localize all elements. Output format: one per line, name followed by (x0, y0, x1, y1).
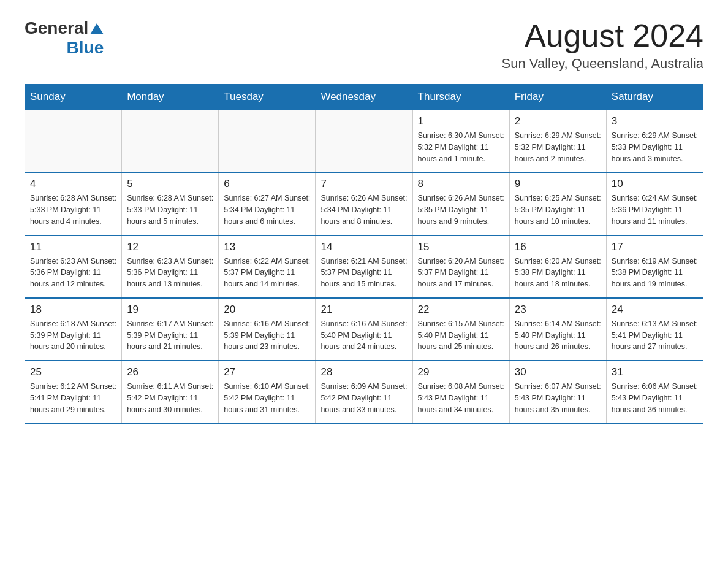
day-cell: 10Sunrise: 6:24 AM Sunset: 5:36 PM Dayli… (606, 172, 703, 235)
logo-general: General (25, 18, 88, 38)
col-header-monday: Monday (122, 85, 219, 110)
day-cell: 15Sunrise: 6:20 AM Sunset: 5:37 PM Dayli… (412, 236, 509, 298)
day-number: 3 (612, 115, 698, 128)
day-info: Sunrise: 6:30 AM Sunset: 5:32 PM Dayligh… (418, 130, 504, 164)
day-cell: 1Sunrise: 6:30 AM Sunset: 5:32 PM Daylig… (412, 110, 509, 172)
day-cell: 2Sunrise: 6:29 AM Sunset: 5:32 PM Daylig… (509, 110, 606, 172)
col-header-tuesday: Tuesday (219, 85, 316, 110)
day-info: Sunrise: 6:26 AM Sunset: 5:35 PM Dayligh… (418, 193, 504, 227)
day-number: 16 (515, 241, 601, 253)
day-info: Sunrise: 6:28 AM Sunset: 5:33 PM Dayligh… (30, 193, 116, 227)
calendar-table: SundayMondayTuesdayWednesdayThursdayFrid… (25, 84, 703, 424)
col-header-sunday: Sunday (25, 85, 122, 110)
day-cell (316, 110, 412, 172)
day-info: Sunrise: 6:25 AM Sunset: 5:35 PM Dayligh… (515, 193, 601, 227)
day-info: Sunrise: 6:20 AM Sunset: 5:38 PM Dayligh… (515, 256, 601, 290)
day-number: 14 (320, 241, 407, 253)
day-info: Sunrise: 6:17 AM Sunset: 5:39 PM Dayligh… (127, 318, 213, 353)
svg-marker-0 (90, 23, 104, 34)
week-row-4: 18Sunrise: 6:18 AM Sunset: 5:39 PM Dayli… (25, 298, 703, 361)
day-info: Sunrise: 6:08 AM Sunset: 5:43 PM Dayligh… (418, 381, 504, 415)
day-number: 23 (515, 304, 601, 316)
col-header-friday: Friday (509, 85, 606, 110)
day-cell: 13Sunrise: 6:22 AM Sunset: 5:37 PM Dayli… (219, 236, 316, 298)
day-cell: 24Sunrise: 6:13 AM Sunset: 5:41 PM Dayli… (606, 298, 703, 361)
day-number: 27 (224, 366, 310, 378)
day-cell (122, 110, 219, 172)
month-title: August 2024 (502, 18, 703, 53)
day-info: Sunrise: 6:23 AM Sunset: 5:36 PM Dayligh… (127, 256, 213, 290)
week-row-3: 11Sunrise: 6:23 AM Sunset: 5:36 PM Dayli… (25, 236, 703, 298)
week-row-5: 25Sunrise: 6:12 AM Sunset: 5:41 PM Dayli… (25, 361, 703, 423)
day-info: Sunrise: 6:13 AM Sunset: 5:41 PM Dayligh… (612, 318, 698, 353)
day-number: 18 (30, 304, 116, 316)
day-info: Sunrise: 6:27 AM Sunset: 5:34 PM Dayligh… (224, 193, 310, 227)
day-cell: 28Sunrise: 6:09 AM Sunset: 5:42 PM Dayli… (316, 361, 412, 423)
day-number: 26 (127, 366, 213, 378)
day-cell: 14Sunrise: 6:21 AM Sunset: 5:37 PM Dayli… (316, 236, 412, 298)
location-title: Sun Valley, Queensland, Australia (502, 56, 703, 72)
day-info: Sunrise: 6:06 AM Sunset: 5:43 PM Dayligh… (612, 381, 698, 415)
day-info: Sunrise: 6:14 AM Sunset: 5:40 PM Dayligh… (515, 318, 601, 353)
day-number: 4 (30, 178, 116, 190)
day-info: Sunrise: 6:15 AM Sunset: 5:40 PM Dayligh… (418, 318, 504, 353)
week-row-2: 4Sunrise: 6:28 AM Sunset: 5:33 PM Daylig… (25, 172, 703, 235)
day-info: Sunrise: 6:21 AM Sunset: 5:37 PM Dayligh… (320, 256, 407, 290)
title-area: August 2024 Sun Valley, Queensland, Aust… (502, 18, 703, 72)
day-cell: 25Sunrise: 6:12 AM Sunset: 5:41 PM Dayli… (25, 361, 122, 423)
day-cell: 3Sunrise: 6:29 AM Sunset: 5:33 PM Daylig… (606, 110, 703, 172)
day-cell: 7Sunrise: 6:26 AM Sunset: 5:34 PM Daylig… (316, 172, 412, 235)
day-number: 10 (612, 178, 698, 190)
day-cell: 20Sunrise: 6:16 AM Sunset: 5:39 PM Dayli… (219, 298, 316, 361)
day-number: 21 (320, 304, 407, 316)
day-cell: 18Sunrise: 6:18 AM Sunset: 5:39 PM Dayli… (25, 298, 122, 361)
day-info: Sunrise: 6:20 AM Sunset: 5:37 PM Dayligh… (418, 256, 504, 290)
day-number: 30 (515, 366, 601, 378)
day-cell: 12Sunrise: 6:23 AM Sunset: 5:36 PM Dayli… (122, 236, 219, 298)
day-number: 22 (418, 304, 504, 316)
day-cell: 17Sunrise: 6:19 AM Sunset: 5:38 PM Dayli… (606, 236, 703, 298)
day-number: 25 (30, 366, 116, 378)
day-info: Sunrise: 6:16 AM Sunset: 5:39 PM Dayligh… (224, 318, 310, 353)
col-header-thursday: Thursday (412, 85, 509, 110)
day-number: 29 (418, 366, 504, 378)
day-cell: 30Sunrise: 6:07 AM Sunset: 5:43 PM Dayli… (509, 361, 606, 423)
logo-blue: Blue (67, 38, 104, 58)
day-info: Sunrise: 6:23 AM Sunset: 5:36 PM Dayligh… (30, 256, 116, 290)
day-cell: 19Sunrise: 6:17 AM Sunset: 5:39 PM Dayli… (122, 298, 219, 361)
day-info: Sunrise: 6:24 AM Sunset: 5:36 PM Dayligh… (612, 193, 698, 227)
day-cell (219, 110, 316, 172)
day-number: 9 (515, 178, 601, 190)
logo: General Blue (25, 18, 104, 58)
day-info: Sunrise: 6:09 AM Sunset: 5:42 PM Dayligh… (320, 381, 407, 415)
day-info: Sunrise: 6:26 AM Sunset: 5:34 PM Dayligh… (320, 193, 407, 227)
day-cell: 31Sunrise: 6:06 AM Sunset: 5:43 PM Dayli… (606, 361, 703, 423)
day-cell: 21Sunrise: 6:16 AM Sunset: 5:40 PM Dayli… (316, 298, 412, 361)
day-cell: 27Sunrise: 6:10 AM Sunset: 5:42 PM Dayli… (219, 361, 316, 423)
day-cell: 8Sunrise: 6:26 AM Sunset: 5:35 PM Daylig… (412, 172, 509, 235)
day-cell: 23Sunrise: 6:14 AM Sunset: 5:40 PM Dayli… (509, 298, 606, 361)
day-info: Sunrise: 6:11 AM Sunset: 5:42 PM Dayligh… (127, 381, 213, 415)
col-header-saturday: Saturday (606, 85, 703, 110)
day-cell (25, 110, 122, 172)
day-cell: 22Sunrise: 6:15 AM Sunset: 5:40 PM Dayli… (412, 298, 509, 361)
day-number: 6 (224, 178, 310, 190)
day-info: Sunrise: 6:07 AM Sunset: 5:43 PM Dayligh… (515, 381, 601, 415)
week-row-1: 1Sunrise: 6:30 AM Sunset: 5:32 PM Daylig… (25, 110, 703, 172)
day-cell: 6Sunrise: 6:27 AM Sunset: 5:34 PM Daylig… (219, 172, 316, 235)
logo-triangle-icon (90, 22, 104, 36)
day-number: 20 (224, 304, 310, 316)
day-number: 19 (127, 304, 213, 316)
col-header-wednesday: Wednesday (316, 85, 412, 110)
day-info: Sunrise: 6:29 AM Sunset: 5:33 PM Dayligh… (612, 130, 698, 164)
day-cell: 11Sunrise: 6:23 AM Sunset: 5:36 PM Dayli… (25, 236, 122, 298)
day-number: 31 (612, 366, 698, 378)
day-cell: 29Sunrise: 6:08 AM Sunset: 5:43 PM Dayli… (412, 361, 509, 423)
day-info: Sunrise: 6:10 AM Sunset: 5:42 PM Dayligh… (224, 381, 310, 415)
day-info: Sunrise: 6:12 AM Sunset: 5:41 PM Dayligh… (30, 381, 116, 415)
day-number: 17 (612, 241, 698, 253)
day-info: Sunrise: 6:19 AM Sunset: 5:38 PM Dayligh… (612, 256, 698, 290)
day-info: Sunrise: 6:16 AM Sunset: 5:40 PM Dayligh… (320, 318, 407, 353)
day-number: 5 (127, 178, 213, 190)
day-number: 13 (224, 241, 310, 253)
